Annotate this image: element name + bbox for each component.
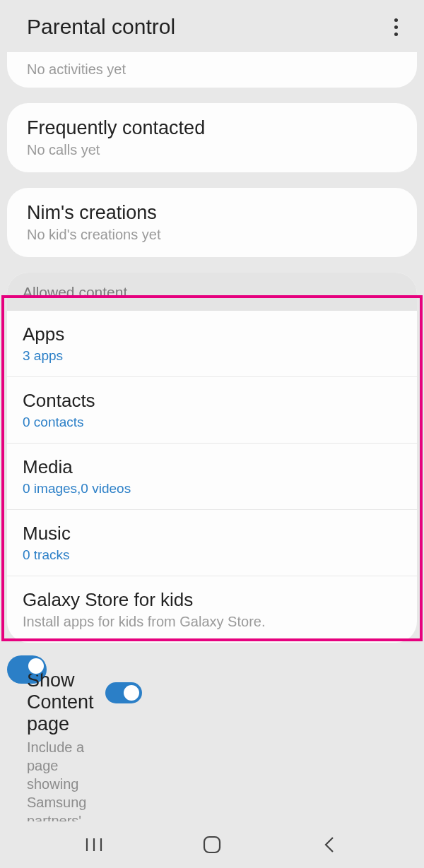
activities-card[interactable]: No activities yet xyxy=(7,52,417,88)
home-button[interactable] xyxy=(194,827,230,862)
svg-rect-3 xyxy=(204,837,220,852)
galaxy-store-sub: Install apps for kids from Galaxy Store. xyxy=(23,614,401,630)
allowed-music-sub: 0 tracks xyxy=(23,547,401,563)
frequently-contacted-sub: No calls yet xyxy=(27,142,397,158)
recent-apps-button[interactable] xyxy=(76,827,112,862)
header: Parental control xyxy=(0,0,424,51)
show-content-toggle[interactable] xyxy=(105,682,142,703)
allowed-contacts-sub: 0 contacts xyxy=(23,415,401,430)
frequently-contacted-title: Frequently contacted xyxy=(27,117,397,139)
allowed-apps-row[interactable]: Apps 3 apps xyxy=(7,311,417,377)
galaxy-store-title: Galaxy Store for kids xyxy=(23,589,401,611)
creations-title: Nim's creations xyxy=(27,202,397,224)
allowed-music-title: Music xyxy=(23,523,401,545)
allowed-apps-title: Apps xyxy=(23,323,401,345)
show-content-title: Show Content page xyxy=(27,670,94,735)
galaxy-store-row[interactable]: Galaxy Store for kids Install apps for k… xyxy=(7,576,417,643)
allowed-contacts-title: Contacts xyxy=(23,390,401,412)
creations-sub: No kid's creations yet xyxy=(27,227,397,243)
allowed-contacts-row[interactable]: Contacts 0 contacts xyxy=(7,377,417,444)
creations-card[interactable]: Nim's creations No kid's creations yet xyxy=(7,188,417,257)
allowed-content-header: Allowed content xyxy=(7,273,417,311)
page-title: Parental control xyxy=(27,15,175,39)
allowed-apps-sub: 3 apps xyxy=(23,348,401,364)
allowed-media-sub: 0 images,0 videos xyxy=(23,481,401,497)
show-content-page-card[interactable]: Show Content page Include a page showing… xyxy=(7,655,47,684)
allowed-media-row[interactable]: Media 0 images,0 videos xyxy=(7,444,417,510)
allowed-content-section: Allowed content Apps 3 apps Contacts 0 c… xyxy=(7,273,417,643)
allowed-music-row[interactable]: Music 0 tracks xyxy=(7,510,417,576)
allowed-media-title: Media xyxy=(23,456,401,478)
navigation-bar xyxy=(0,821,424,868)
more-options-icon[interactable] xyxy=(387,14,404,40)
activities-empty-text: No activities yet xyxy=(27,61,397,78)
frequently-contacted-card[interactable]: Frequently contacted No calls yet xyxy=(7,103,417,172)
back-button[interactable] xyxy=(312,827,348,862)
